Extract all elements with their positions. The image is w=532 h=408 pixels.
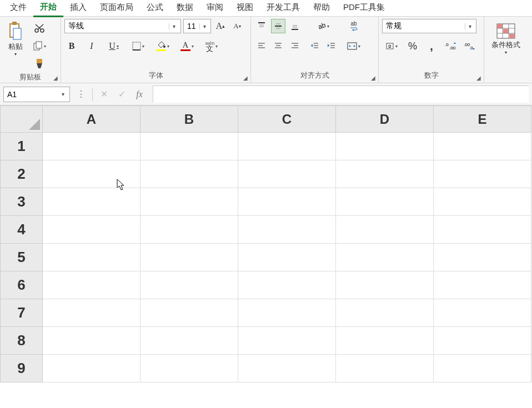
cell-D3[interactable]	[336, 188, 434, 216]
font-color-button[interactable]: A	[178, 39, 197, 53]
border-button[interactable]	[129, 39, 148, 53]
column-header-C[interactable]: C	[238, 106, 336, 133]
enter-formula-button[interactable]: ✓	[115, 88, 128, 101]
tab-review[interactable]: 审阅	[200, 0, 230, 16]
percent-button[interactable]: %	[405, 39, 420, 53]
cell-D2[interactable]	[336, 160, 434, 188]
tab-insert[interactable]: 插入	[63, 0, 93, 16]
cell-B8[interactable]	[140, 327, 238, 355]
cell-A2[interactable]	[43, 160, 140, 188]
cell-D8[interactable]	[336, 327, 434, 355]
decrease-font-button[interactable]: A▾	[230, 19, 244, 33]
cell-E2[interactable]	[434, 160, 531, 188]
cell-C6[interactable]	[238, 271, 336, 299]
cell-B6[interactable]	[140, 271, 238, 299]
cell-D9[interactable]	[336, 355, 434, 382]
align-bottom-button[interactable]	[288, 19, 302, 33]
cell-B1[interactable]	[140, 133, 238, 160]
cell-E1[interactable]	[434, 133, 531, 160]
name-box-arrow[interactable]: ▾	[57, 91, 68, 97]
row-header-5[interactable]: 5	[1, 244, 43, 271]
format-painter-button[interactable]	[32, 57, 47, 71]
tab-view[interactable]: 视图	[230, 0, 260, 16]
row-header-4[interactable]: 4	[1, 216, 43, 244]
align-middle-button[interactable]	[271, 19, 285, 33]
cell-B9[interactable]	[140, 355, 238, 382]
cell-D5[interactable]	[336, 244, 434, 271]
cell-A6[interactable]	[43, 271, 140, 299]
font-size-input[interactable]	[184, 19, 199, 33]
font-name-input[interactable]	[65, 19, 169, 33]
row-header-3[interactable]: 3	[1, 188, 43, 216]
cell-C3[interactable]	[238, 188, 336, 216]
accounting-button[interactable]: ¤	[382, 39, 401, 53]
cell-C7[interactable]	[238, 299, 336, 327]
cell-D1[interactable]	[336, 133, 434, 160]
clipboard-launcher[interactable]: ◢	[52, 74, 59, 82]
cell-A4[interactable]	[43, 216, 140, 244]
tab-page-layout[interactable]: 页面布局	[93, 0, 140, 16]
tab-home[interactable]: 开始	[33, 0, 63, 17]
select-all-corner[interactable]	[1, 106, 43, 133]
formula-input[interactable]	[153, 85, 529, 103]
bold-button[interactable]: B	[64, 39, 79, 53]
number-launcher[interactable]: ◢	[475, 74, 483, 82]
copy-button[interactable]	[30, 39, 49, 53]
wrap-text-button[interactable]: ab	[344, 19, 363, 33]
decrease-decimal-button[interactable]: .00.0	[462, 39, 476, 53]
cell-E5[interactable]	[434, 244, 531, 271]
cell-E8[interactable]	[434, 327, 531, 355]
cell-C1[interactable]	[238, 133, 336, 160]
align-top-button[interactable]	[254, 19, 269, 33]
fbar-more[interactable]: ⋮	[74, 88, 88, 101]
row-header-9[interactable]: 9	[1, 355, 43, 382]
fx-button[interactable]: fx	[133, 88, 146, 101]
increase-decimal-button[interactable]: .0.00	[443, 39, 458, 53]
align-center-button[interactable]	[271, 39, 285, 53]
cell-A5[interactable]	[43, 244, 140, 271]
align-right-button[interactable]	[288, 39, 302, 53]
cell-E9[interactable]	[434, 355, 531, 382]
number-format-arrow[interactable]: ▾	[465, 23, 475, 29]
decrease-indent-button[interactable]	[308, 39, 322, 53]
cell-A9[interactable]	[43, 355, 140, 382]
font-launcher[interactable]: ◢	[242, 74, 249, 82]
increase-font-button[interactable]: A▴	[213, 19, 228, 33]
font-size-combo[interactable]: ▾	[183, 19, 211, 33]
number-format-combo[interactable]: ▾	[382, 19, 476, 33]
increase-indent-button[interactable]	[324, 39, 339, 53]
column-header-E[interactable]: E	[434, 106, 531, 133]
column-header-A[interactable]: A	[43, 106, 140, 133]
cell-D6[interactable]	[336, 271, 434, 299]
cell-A8[interactable]	[43, 327, 140, 355]
tab-data[interactable]: 数据	[170, 0, 200, 16]
cell-B4[interactable]	[140, 216, 238, 244]
cut-button[interactable]	[32, 21, 47, 36]
cell-B3[interactable]	[140, 188, 238, 216]
cell-E4[interactable]	[434, 216, 531, 244]
tab-help[interactable]: 帮助	[307, 0, 337, 16]
italic-button[interactable]: I	[84, 39, 99, 53]
align-left-button[interactable]	[254, 39, 269, 53]
underline-button[interactable]: U	[104, 39, 123, 53]
orientation-button[interactable]: ab	[314, 19, 333, 33]
tab-pdf-tools[interactable]: PDF工具集	[337, 0, 392, 16]
comma-button[interactable]: ,	[424, 39, 439, 53]
cell-E7[interactable]	[434, 299, 531, 327]
alignment-launcher[interactable]: ◢	[369, 74, 377, 82]
cell-E6[interactable]	[434, 271, 531, 299]
merge-button[interactable]	[344, 39, 363, 53]
conditional-format-button[interactable]: 条件格式 ▾	[489, 19, 523, 59]
tab-formulas[interactable]: 公式	[140, 0, 170, 16]
row-header-6[interactable]: 6	[1, 271, 43, 299]
cell-C2[interactable]	[238, 160, 336, 188]
cancel-formula-button[interactable]: ✕	[97, 88, 111, 101]
font-size-arrow[interactable]: ▾	[199, 23, 209, 29]
row-header-7[interactable]: 7	[1, 299, 43, 327]
row-header-2[interactable]: 2	[1, 160, 43, 188]
cell-B7[interactable]	[140, 299, 238, 327]
cell-D7[interactable]	[336, 299, 434, 327]
name-box-input[interactable]	[4, 90, 57, 99]
number-format-input[interactable]	[383, 19, 465, 33]
cell-C8[interactable]	[238, 327, 336, 355]
